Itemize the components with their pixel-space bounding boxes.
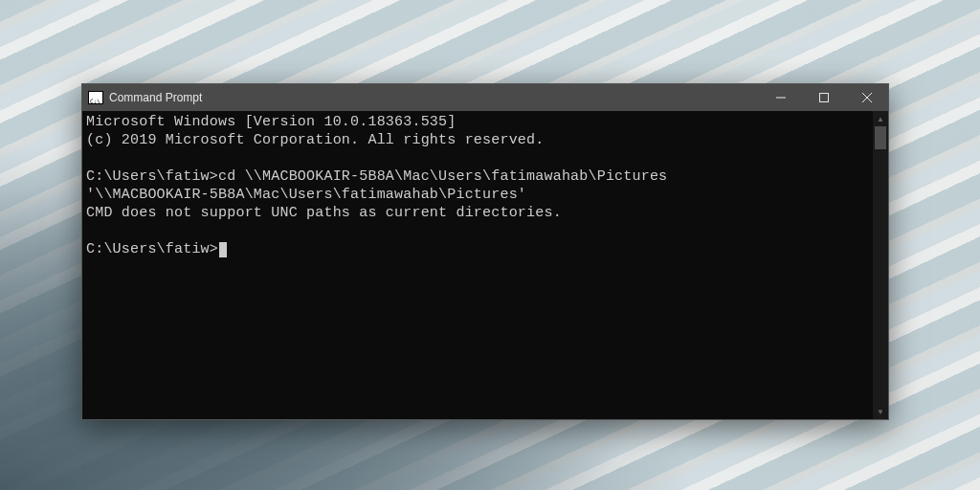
cmd-icon bbox=[88, 91, 103, 104]
terminal-output[interactable]: Microsoft Windows [Version 10.0.18363.53… bbox=[82, 111, 873, 419]
scroll-thumb[interactable] bbox=[875, 126, 886, 149]
maximize-icon bbox=[819, 93, 829, 102]
window-content: Microsoft Windows [Version 10.0.18363.53… bbox=[82, 111, 888, 419]
minimize-button[interactable] bbox=[759, 84, 802, 111]
close-icon bbox=[862, 93, 872, 102]
terminal-line: CMD does not support UNC paths as curren… bbox=[86, 205, 562, 221]
scroll-down-arrow-icon[interactable]: ▼ bbox=[873, 404, 888, 419]
vertical-scrollbar[interactable]: ▲ ▼ bbox=[873, 111, 888, 419]
text-cursor bbox=[219, 242, 227, 257]
terminal-prompt: C:\Users\fatiw> bbox=[86, 241, 218, 257]
svg-rect-1 bbox=[819, 94, 828, 102]
scroll-up-arrow-icon[interactable]: ▲ bbox=[873, 111, 888, 126]
command-prompt-window: Command Prompt Microsoft Windows [Versio… bbox=[81, 83, 889, 420]
maximize-button[interactable] bbox=[802, 84, 845, 111]
terminal-line: C:\Users\fatiw>cd \\MACBOOKAIR-5B8A\Mac\… bbox=[86, 168, 667, 185]
titlebar[interactable]: Command Prompt bbox=[82, 84, 888, 111]
terminal-line: Microsoft Windows [Version 10.0.18363.53… bbox=[86, 114, 456, 130]
minimize-icon bbox=[776, 93, 786, 102]
window-controls bbox=[759, 84, 888, 111]
window-title: Command Prompt bbox=[109, 91, 759, 104]
terminal-line: (c) 2019 Microsoft Corporation. All righ… bbox=[86, 132, 544, 148]
terminal-line: '\\MACBOOKAIR-5B8A\Mac\Users\fatimawahab… bbox=[86, 187, 526, 203]
close-button[interactable] bbox=[845, 84, 888, 111]
scroll-track[interactable] bbox=[873, 126, 888, 404]
